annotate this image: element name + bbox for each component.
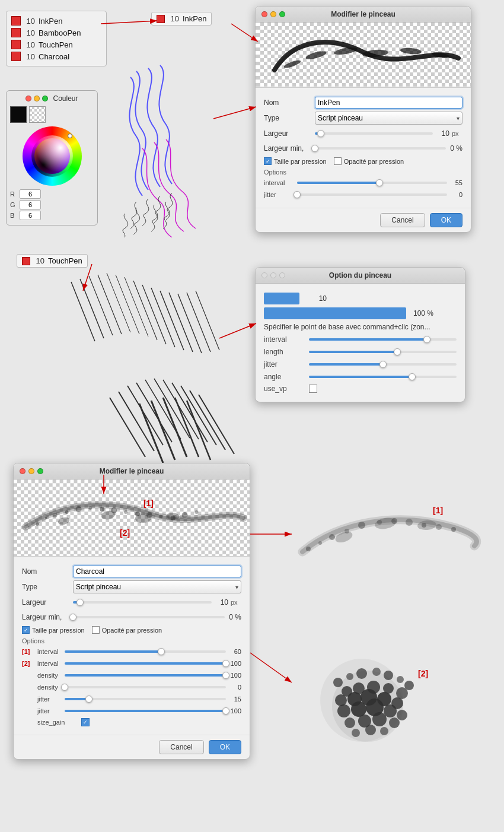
option-jitter-slider[interactable] — [309, 360, 457, 369]
svg-point-85 — [372, 668, 381, 676]
svg-line-15 — [116, 275, 139, 334]
b-input[interactable] — [20, 211, 41, 220]
charcoal-dialog-controls[interactable] — [20, 468, 43, 474]
brush-num: 10 — [24, 28, 35, 37]
option-zoom[interactable] — [279, 272, 285, 278]
interval-slider[interactable] — [297, 178, 447, 188]
charcoal-close[interactable] — [20, 468, 25, 474]
charcoal-taille-checkbox[interactable]: Taille par pression — [22, 626, 85, 634]
use-vp-checkbox[interactable] — [309, 385, 317, 393]
opacite-pression-checkbox[interactable]: Opacité par pression — [334, 157, 404, 165]
color-wheel[interactable] — [23, 126, 82, 186]
checkbox-taille[interactable] — [264, 157, 272, 165]
option-close[interactable] — [261, 272, 267, 278]
brush-swatch — [11, 16, 21, 26]
charcoal-largeur-row: Largeur 10 px — [22, 596, 241, 608]
charcoal-jitter1-slider[interactable] — [65, 694, 226, 704]
interval-value: 55 — [451, 179, 462, 186]
svg-line-40 — [187, 401, 210, 460]
charcoal-type-select[interactable]: Script pinceau ▾ — [73, 580, 241, 593]
charcoal-opacite-checkbox[interactable]: Opacité par pression — [92, 626, 162, 634]
charcoal-largeur-slider[interactable] — [73, 596, 212, 608]
charcoal-stroke1: [1] — [291, 493, 486, 599]
largeur-slider[interactable] — [315, 128, 433, 139]
option-description: Spécifier le point de base avec command+… — [264, 323, 457, 331]
touchpen-cluster — [92, 374, 246, 469]
option-interval-slider[interactable] — [309, 335, 457, 344]
svg-point-70 — [358, 522, 365, 529]
taille-pression-checkbox[interactable]: Taille par pression — [264, 157, 327, 165]
charcoal-minimize[interactable] — [28, 468, 34, 474]
option-dialog-controls[interactable] — [261, 272, 285, 278]
r-input[interactable] — [20, 189, 41, 199]
dialog-zoom[interactable] — [279, 11, 285, 17]
option-angle-slider[interactable] — [309, 372, 457, 382]
charcoal-nom-input[interactable] — [73, 566, 241, 577]
type-select[interactable]: Script pinceau ▾ — [315, 112, 462, 125]
nom-input[interactable] — [315, 97, 462, 109]
charcoal-zoom[interactable] — [37, 468, 43, 474]
charcoal-jitter2-slider[interactable] — [65, 706, 226, 716]
nom-row: Nom — [264, 97, 462, 109]
jitter-slider[interactable] — [297, 190, 447, 199]
dialog-window-controls[interactable] — [261, 11, 285, 17]
list-item[interactable]: 10 InkPen — [11, 15, 101, 27]
charcoal-nom-label: Nom — [22, 567, 69, 576]
svg-line-10 — [71, 282, 95, 341]
charcoal-interval2-slider[interactable] — [65, 659, 226, 668]
svg-line-115 — [83, 264, 92, 291]
zoom-dot[interactable] — [42, 96, 48, 101]
svg-point-69 — [344, 529, 349, 534]
svg-point-103 — [397, 710, 407, 720]
charcoal-largeur-min-slider[interactable] — [73, 611, 225, 623]
brush-swatch — [11, 40, 21, 49]
ok-button[interactable]: OK — [430, 213, 462, 227]
color-swatches — [10, 106, 94, 123]
svg-point-45 — [36, 522, 39, 525]
charcoal-cancel-button[interactable]: Cancel — [159, 740, 203, 754]
svg-line-11 — [80, 279, 104, 338]
svg-line-21 — [169, 293, 193, 352]
charcoal-density1-slider[interactable] — [65, 671, 226, 680]
cancel-button[interactable]: Cancel — [380, 213, 425, 227]
background-color[interactable] — [29, 106, 46, 123]
largeur-min-slider[interactable] — [315, 142, 446, 154]
charcoal-taille-box[interactable] — [22, 626, 30, 634]
list-item[interactable]: 10 Charcoal — [11, 50, 101, 62]
svg-point-66 — [306, 547, 311, 551]
svg-point-99 — [337, 704, 350, 717]
charcoal-largeur-label: Largeur — [22, 598, 69, 606]
svg-line-19 — [151, 288, 175, 347]
dialog-minimize[interactable] — [270, 11, 276, 17]
size-gain-checkbox[interactable] — [81, 718, 90, 726]
couleur-title: Couleur — [53, 94, 78, 103]
minimize-dot[interactable] — [34, 96, 40, 101]
charcoal-density2-slider[interactable] — [65, 682, 226, 692]
option-body: 10 100 % Spécifier le point de base avec… — [256, 284, 465, 402]
charcoal-opacite-box[interactable] — [92, 626, 100, 634]
close-dot[interactable] — [25, 96, 31, 101]
charcoal-largeur-min-row: Largeur min, 0 % — [22, 611, 241, 623]
svg-point-50 — [88, 506, 92, 510]
g-input[interactable] — [20, 200, 41, 209]
brush-name: BambooPen — [39, 28, 81, 37]
bar2[interactable] — [264, 307, 406, 319]
charcoal-interval1-slider[interactable] — [65, 647, 226, 656]
option-length-slider[interactable] — [309, 347, 457, 357]
option-dialog-title-bar: Option du pinceau — [256, 268, 465, 284]
svg-line-114 — [213, 107, 256, 119]
checkbox-opacite[interactable] — [334, 157, 342, 165]
window-controls[interactable] — [25, 96, 48, 101]
foreground-color[interactable] — [10, 106, 27, 123]
list-item[interactable]: 10 BambooPen — [11, 27, 101, 39]
option-minimize[interactable] — [270, 272, 276, 278]
svg-point-75 — [436, 524, 442, 530]
svg-point-94 — [335, 694, 347, 706]
bar1[interactable] — [264, 293, 299, 304]
svg-line-116 — [219, 323, 256, 338]
svg-line-14 — [107, 273, 130, 332]
charcoal-ok-button[interactable]: OK — [209, 740, 241, 754]
dialog-close[interactable] — [261, 11, 267, 17]
svg-point-81 — [332, 671, 403, 742]
list-item[interactable]: 10 TouchPen — [11, 39, 101, 50]
